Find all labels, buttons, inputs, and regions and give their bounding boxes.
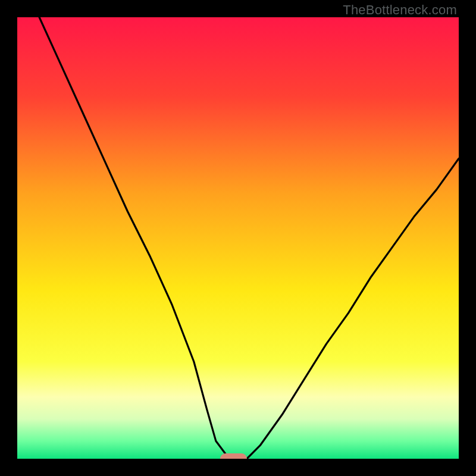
- attribution-label: TheBottleneck.com: [343, 2, 457, 18]
- optimum-marker-icon: [220, 453, 247, 459]
- bottleneck-curve-line: [17, 17, 459, 459]
- chart-plot-area: [17, 17, 459, 459]
- curve-path: [39, 17, 459, 459]
- chart-frame: TheBottleneck.com: [0, 0, 476, 476]
